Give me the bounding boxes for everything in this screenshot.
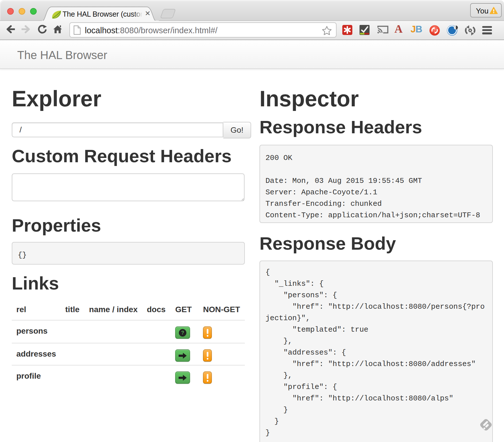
svg-text:?: ? bbox=[181, 330, 184, 335]
